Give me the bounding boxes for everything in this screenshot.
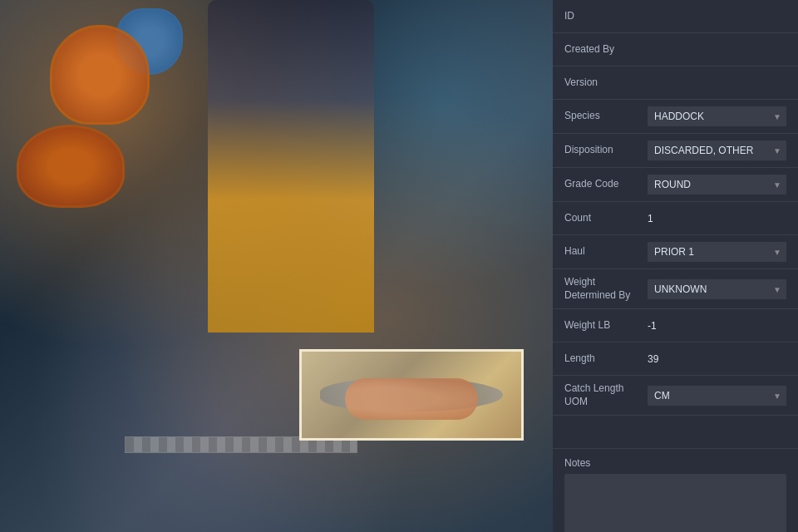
label-notes: Notes bbox=[564, 457, 786, 469]
label-id: ID bbox=[564, 10, 648, 23]
label-catch-length-uom: Catch Length UOM bbox=[564, 382, 648, 408]
field-weight-determined-by: Weight Determined By UNKNOWN SCALE ESTIM… bbox=[553, 269, 798, 309]
grade-code-select[interactable]: ROUND HEADED GUTTED bbox=[648, 175, 786, 195]
value-id bbox=[648, 8, 786, 25]
field-version: Version bbox=[553, 66, 798, 100]
basket-orange-top bbox=[50, 25, 150, 125]
weight-determined-by-select[interactable]: UNKNOWN SCALE ESTIMATED bbox=[648, 279, 786, 299]
form-panel: ID Created By Version Species HADDOCK CO… bbox=[553, 0, 798, 532]
label-length: Length bbox=[564, 352, 648, 366]
basket-orange-bottom bbox=[17, 125, 125, 208]
species-select-wrapper[interactable]: HADDOCK COD FLOUNDER POLLOCK ▼ bbox=[648, 106, 786, 126]
field-species: Species HADDOCK COD FLOUNDER POLLOCK ▼ bbox=[553, 100, 798, 134]
value-length: 39 bbox=[648, 353, 786, 365]
person-figure bbox=[208, 0, 374, 332]
disposition-select-wrapper[interactable]: DISCARDED, OTHER KEPT RELEASED ▼ bbox=[648, 140, 786, 160]
field-created-by: Created By bbox=[553, 33, 798, 66]
catch-length-uom-select-wrapper[interactable]: CM IN MM ▼ bbox=[648, 386, 786, 406]
value-weight-lb: -1 bbox=[648, 320, 786, 332]
notes-input[interactable] bbox=[564, 474, 786, 532]
catch-length-uom-select[interactable]: CM IN MM bbox=[648, 386, 786, 406]
field-grade-code: Grade Code ROUND HEADED GUTTED ▼ bbox=[553, 168, 798, 202]
haul-select-wrapper[interactable]: PRIOR 1 PRIOR 2 CURRENT ▼ bbox=[648, 242, 786, 262]
species-select[interactable]: HADDOCK COD FLOUNDER POLLOCK bbox=[648, 106, 786, 126]
label-weight-determined-by: Weight Determined By bbox=[564, 276, 648, 302]
label-weight-lb: Weight LB bbox=[564, 319, 648, 332]
label-haul: Haul bbox=[564, 245, 648, 259]
label-created-by: Created By bbox=[564, 43, 648, 57]
label-version: Version bbox=[564, 76, 648, 90]
weight-determined-by-select-wrapper[interactable]: UNKNOWN SCALE ESTIMATED ▼ bbox=[648, 279, 786, 299]
value-count: 1 bbox=[648, 213, 786, 224]
field-catch-length-uom: Catch Length UOM CM IN MM ▼ bbox=[553, 376, 798, 416]
field-count: Count 1 bbox=[553, 202, 798, 235]
field-haul: Haul PRIOR 1 PRIOR 2 CURRENT ▼ bbox=[553, 235, 798, 269]
label-species: Species bbox=[564, 110, 648, 123]
label-count: Count bbox=[564, 212, 648, 225]
label-disposition: Disposition bbox=[564, 144, 648, 157]
haul-select[interactable]: PRIOR 1 PRIOR 2 CURRENT bbox=[648, 242, 786, 262]
value-created-by bbox=[648, 42, 786, 58]
field-weight-lb: Weight LB -1 bbox=[553, 309, 798, 342]
label-grade-code: Grade Code bbox=[564, 178, 648, 191]
grade-code-select-wrapper[interactable]: ROUND HEADED GUTTED ▼ bbox=[648, 175, 786, 195]
value-version bbox=[648, 75, 786, 91]
disposition-select[interactable]: DISCARDED, OTHER KEPT RELEASED bbox=[648, 140, 786, 160]
notes-section: Notes bbox=[553, 449, 798, 532]
field-disposition: Disposition DISCARDED, OTHER KEPT RELEAS… bbox=[553, 134, 798, 168]
field-id: ID bbox=[553, 0, 798, 33]
field-length: Length 39 bbox=[553, 342, 798, 376]
image-panel bbox=[0, 0, 553, 532]
fish-thumbnail bbox=[299, 349, 524, 441]
